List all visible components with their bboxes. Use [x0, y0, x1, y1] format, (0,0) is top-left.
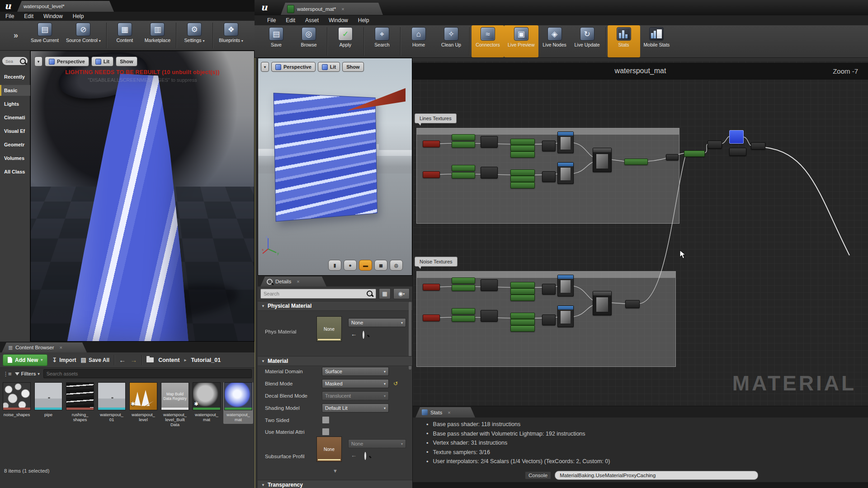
sidebar-item-all-class[interactable]: All Class [0, 166, 30, 177]
section-transparency[interactable]: ▼Transparency [258, 480, 412, 488]
graph-node-tex[interactable] [557, 131, 574, 153]
phys-material-thumbnail[interactable]: None [316, 316, 342, 342]
asset-search-input[interactable] [43, 369, 252, 378]
lit-mode-button[interactable]: Lit [91, 56, 113, 66]
content-browser-tab[interactable]: ≣ Content Browser × [2, 343, 87, 352]
asset-tile-waterspout-mat[interactable]: ✱ waterspout_mat [192, 382, 222, 422]
graph-node-blue[interactable] [729, 130, 744, 144]
menu-window[interactable]: Window [43, 13, 63, 19]
preview-perspective-button[interactable]: Perspective [271, 62, 316, 72]
level-tab[interactable]: waterspout_level* [17, 1, 114, 12]
graph-node-green[interactable] [452, 165, 475, 171]
graph-node-green[interactable] [510, 176, 535, 182]
toolbar-button-stats[interactable]: Stats [608, 25, 640, 57]
use-material-attributes-checkbox[interactable] [322, 428, 330, 436]
asset-tile-waterspout-01[interactable]: waterspout_01 [97, 382, 127, 422]
graph-node-green[interactable] [452, 134, 475, 141]
toolbar-expand-chevron-icon[interactable]: » [14, 31, 18, 40]
breadcrumb-leaf[interactable]: Tutorial_01 [191, 357, 221, 363]
use-selected-arrow-icon[interactable]: ← [351, 452, 357, 459]
graph-node-dark[interactable] [481, 167, 498, 178]
menu-file[interactable]: File [267, 17, 276, 23]
back-arrow-icon[interactable]: ← [119, 356, 126, 364]
asset-tile-waterspout-mat[interactable]: waterspout_mat [223, 382, 253, 424]
sidebar-item-basic[interactable]: Basic [0, 85, 30, 96]
section-material[interactable]: ▼Material [258, 356, 412, 366]
preview-shape-cube-button[interactable]: ◼ [374, 260, 387, 271]
close-icon[interactable]: × [341, 6, 344, 12]
toolbar-button-live-update[interactable]: ↻ Live Update [571, 25, 604, 57]
decal-blend-mode-dropdown[interactable]: Translucent▾ [322, 391, 389, 400]
graph-node-dark[interactable] [481, 310, 498, 322]
material-tab[interactable]: waterspout_mat* × [281, 3, 383, 15]
graph-node-green[interactable] [452, 141, 475, 148]
place-actors-search-input[interactable]: Sea [2, 57, 28, 65]
scroll-down-chevron-icon[interactable]: ▼ [333, 468, 338, 474]
graph-node-tex[interactable] [557, 275, 574, 296]
browse-to-asset-icon[interactable] [364, 452, 366, 460]
property-matrix-icon[interactable]: ▦ [379, 288, 391, 299]
toolbar-button-source-control[interactable]: ⊘ Source Control ▾ [62, 21, 104, 50]
toolbar-button-settings[interactable]: ⚙ Settings ▾ [178, 21, 211, 50]
show-button[interactable]: Show [116, 56, 137, 66]
use-selected-arrow-icon[interactable]: ← [351, 331, 357, 338]
viewport-options-dropdown[interactable]: ▾ [34, 56, 42, 66]
sidebar-item-geometr[interactable]: Geometr [0, 139, 30, 150]
stats-tab[interactable]: Stats × [415, 407, 475, 418]
graph-node-green[interactable] [684, 150, 705, 157]
console-input[interactable] [555, 471, 758, 480]
sidebar-item-cinemati[interactable]: Cinemati [0, 112, 30, 123]
toolbar-button-apply[interactable]: ✓ Apply [329, 25, 362, 57]
toolbar-button-live-nodes[interactable]: ◈ Live Nodes [538, 25, 571, 57]
add-new-button[interactable]: Add New ▾ [3, 354, 47, 366]
toolbar-button-search[interactable]: ⌖ Search [366, 25, 398, 57]
breadcrumb-root[interactable]: Content [158, 357, 179, 363]
graph-node-green[interactable] [452, 308, 475, 314]
view-options-icon[interactable]: ⋮≡ [3, 371, 11, 377]
toolbar-button-blueprints[interactable]: ❖ Blueprints ▾ [215, 21, 247, 50]
graph-node-dark[interactable] [729, 148, 746, 156]
graph-node-tex[interactable] [557, 162, 574, 184]
save-all-button[interactable]: ▤Save All [81, 357, 110, 363]
subsurface-profile-thumbnail[interactable]: None [316, 436, 342, 462]
graph-node-green[interactable] [624, 159, 648, 165]
menu-file[interactable]: File [5, 13, 14, 19]
graph-node-dark[interactable] [542, 314, 556, 325]
graph-node-green[interactable] [510, 313, 535, 319]
comment-label-lines-textures[interactable]: Lines Textures [415, 113, 457, 123]
close-icon[interactable]: × [448, 410, 450, 415]
forward-arrow-icon[interactable]: → [130, 356, 137, 364]
close-icon[interactable]: × [60, 345, 62, 350]
graph-node-dark[interactable] [542, 171, 556, 182]
level-viewport[interactable]: LIGHTING NEEDS TO BE REBUILT (10 unbuilt… [30, 51, 255, 342]
graph-node-green[interactable] [510, 319, 535, 325]
sidebar-item-visual-ef[interactable]: Visual Ef [0, 126, 30, 136]
comment-label-noise-textures[interactable]: Noise Textures [415, 257, 458, 267]
graph-node-dark[interactable] [708, 141, 722, 149]
graph-node-big[interactable] [593, 291, 612, 315]
menu-edit[interactable]: Edit [286, 17, 295, 23]
graph-node-dark[interactable] [625, 300, 640, 308]
preview-show-button[interactable]: Show [342, 62, 363, 72]
graph-node-green[interactable] [452, 285, 475, 291]
menu-help[interactable]: Help [73, 13, 84, 19]
graph-node-green[interactable] [452, 315, 475, 322]
toolbar-button-clean-up[interactable]: ✧ Clean Up [435, 25, 467, 57]
menu-edit[interactable]: Edit [24, 13, 33, 19]
blend-mode-dropdown[interactable]: Masked▾ [322, 379, 389, 388]
graph-node-red[interactable] [423, 314, 440, 321]
two-sided-checkbox[interactable] [322, 416, 330, 424]
toolbar-button-live-preview[interactable]: ▣ Live Preview [504, 25, 538, 57]
graph-node-dark[interactable] [751, 142, 765, 150]
filters-button[interactable]: Filters ▾ [15, 371, 40, 376]
menu-help[interactable]: Help [358, 17, 369, 23]
graph-node-tex[interactable] [557, 305, 574, 327]
toolbar-button-marketplace[interactable]: ▥ Marketplace [141, 21, 174, 50]
shading-model-dropdown[interactable]: Default Lit▾ [322, 404, 389, 413]
graph-node-green[interactable] [510, 325, 535, 332]
graph-node-green[interactable] [510, 282, 535, 288]
graph-node-green[interactable] [452, 277, 475, 284]
graph-node-green[interactable] [510, 145, 535, 151]
graph-node-red[interactable] [423, 284, 440, 291]
toolbar-button-save-current[interactable]: ▤ Save Current [27, 21, 62, 50]
